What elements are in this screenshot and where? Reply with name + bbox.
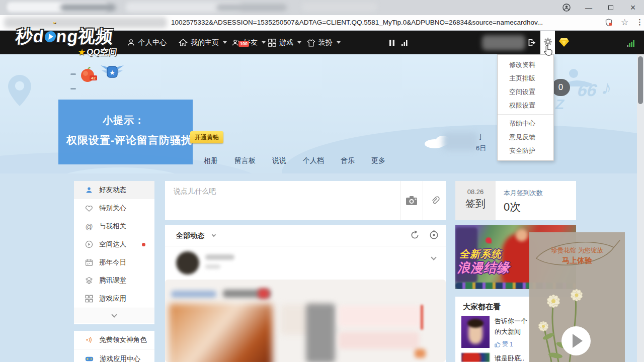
nav-personal-center[interactable]: 个人中心 — [127, 31, 167, 54]
chevron-down-icon — [223, 41, 227, 44]
browser-profile-icon[interactable] — [555, 0, 578, 15]
heart-icon — [85, 205, 93, 212]
chevron-down-icon[interactable] — [212, 233, 216, 237]
sidebar-item-game-apps[interactable]: 游戏应用 — [74, 290, 154, 308]
like-row[interactable]: 赞 1 — [495, 340, 527, 348]
paperclip-icon — [430, 196, 440, 206]
ad-line1: 全新系统 — [459, 247, 502, 261]
video-title[interactable]: 谁是卧底.. — [495, 353, 524, 362]
scrollbar-thumb[interactable] — [638, 56, 643, 104]
url-text[interactable]: 1002575332&ADSESSION=1535250507&ADTAG=CL… — [171, 19, 604, 26]
blurred-tab[interactable] — [302, 3, 377, 12]
network-signal — [627, 31, 635, 54]
logout-button[interactable] — [527, 31, 537, 54]
video-ad-overlay[interactable]: 珍贵花馆 为您绽放 马上体验 — [529, 232, 625, 362]
nav-dressup[interactable]: 装扮 — [307, 31, 341, 54]
music-note-doodle: ♪ — [600, 76, 614, 100]
overlay-cta-text[interactable]: 马上体验 — [529, 256, 625, 265]
blurred-tab[interactable] — [60, 4, 116, 11]
play-circle-icon — [85, 240, 93, 248]
sidebar-item-that-year-today[interactable]: 那年今日 — [74, 253, 154, 272]
minimize-button[interactable]: — — [578, 0, 600, 15]
close-button[interactable]: × — [622, 0, 644, 15]
tab-more[interactable]: 更多 — [371, 156, 385, 165]
tab-albums[interactable]: 相册 — [204, 156, 218, 165]
sidebar-promo-card: 免费领女神角色 游戏应用中心 — [74, 331, 154, 362]
browser-menu-icon[interactable]: ⋮ — [636, 18, 643, 27]
play-button[interactable] — [561, 326, 591, 355]
open-yellow-diamond-button[interactable]: 开通黄钻 — [190, 131, 223, 143]
red-dot-badge — [142, 243, 145, 246]
blurred-avatar — [176, 251, 199, 275]
bracket-fragment: ] — [479, 132, 481, 140]
chevron-down-icon — [297, 41, 301, 44]
post-composer[interactable]: 说点儿什么吧 — [165, 181, 446, 220]
mouse-cursor — [543, 44, 553, 57]
blurred-tab[interactable] — [216, 4, 287, 11]
tip-text: 权限设置-评论留言防骚扰 — [66, 133, 193, 147]
player-equalizer[interactable] — [401, 31, 409, 54]
equalizer-icon — [401, 39, 409, 46]
svg-text:42: 42 — [91, 76, 96, 80]
ad-heart — [486, 237, 492, 243]
feed-refresh-button[interactable] — [410, 230, 420, 240]
chevron-down-icon — [111, 312, 117, 317]
nav-games[interactable]: 游戏 — [268, 31, 301, 54]
tab-music[interactable]: 音乐 — [341, 156, 355, 165]
gamepad-icon — [85, 355, 94, 362]
composer-link-button[interactable] — [423, 181, 446, 220]
menu-item-feedback[interactable]: 意见反馈 — [498, 130, 553, 144]
feed-filter[interactable]: 全部动态 — [176, 231, 204, 240]
signin-button[interactable]: 08.26 签到 — [455, 181, 496, 220]
sidebar-item-space-master[interactable]: 空间达人 — [74, 235, 154, 253]
sidebar-item-special-care[interactable]: 特别关心 — [74, 199, 154, 217]
tab-message-board[interactable]: 留言板 — [234, 156, 256, 165]
tab-personal-file[interactable]: 个人档 — [303, 156, 324, 165]
watermark-subtitle: QQ空间 — [86, 47, 117, 57]
menu-item-security[interactable]: 安全防护 — [498, 144, 553, 157]
ad-line2: 浪漫结缘 — [457, 259, 510, 276]
vip-diamond[interactable] — [558, 31, 570, 54]
nav-friends[interactable]: 100 好友 — [231, 31, 266, 54]
signin-action: 签到 — [455, 197, 496, 211]
bookmark-star-icon[interactable]: ☆ — [621, 17, 628, 28]
notification-count-bubble[interactable]: 0 — [551, 79, 570, 96]
player-pause-button[interactable] — [389, 31, 395, 54]
diamond-icon — [558, 38, 570, 47]
composer-photo-button[interactable] — [400, 181, 423, 220]
blurred-author-name — [205, 254, 234, 260]
calendar-icon — [85, 258, 93, 266]
chevron-down-icon[interactable] — [431, 254, 436, 260]
feed-settings-button[interactable] — [429, 230, 439, 240]
menu-item-homepage-layout[interactable]: 主页排版 — [498, 71, 553, 85]
menu-item-edit-profile[interactable]: 修改资料 — [498, 58, 553, 71]
menu-item-help-center[interactable]: 帮助中心 — [498, 117, 553, 130]
apple-level-badge: 42 — [79, 66, 99, 83]
sidebar-item-tencent-classroom[interactable]: 腾讯课堂 — [74, 272, 154, 290]
qzone-window: — × 1002575332&ADSESSION=1535250507&ADTA… — [0, 0, 644, 362]
overlay-ad-text: 珍贵花馆 为您绽放 — [529, 246, 625, 255]
sidebar-expand-button[interactable] — [74, 308, 154, 323]
site-info-icon[interactable] — [605, 19, 613, 27]
wing-star-badge: ★ — [101, 64, 124, 81]
sidebar-item-related-to-me[interactable]: @ 与我相关 — [74, 217, 154, 235]
menu-item-space-settings[interactable]: 空间设置 — [498, 85, 553, 99]
video-title[interactable]: 告诉你一个的大新闻 — [495, 316, 527, 337]
sidebar-item-friend-feed[interactable]: 好友动态 — [74, 181, 154, 199]
video-thumbnail[interactable] — [461, 353, 490, 362]
friends-badge: 100 — [238, 41, 249, 47]
video-watermark: ˘ 秒dng视频 ★QQ空间 — [14, 25, 120, 58]
sidebar-item-free-goddess-role[interactable]: 免费领女神角色 — [74, 331, 154, 349]
tab-shuoshuo[interactable]: 说说 — [272, 156, 286, 165]
video-thumbnail[interactable] — [461, 316, 490, 348]
sidebar-item-game-app-center[interactable]: 游戏应用中心 — [74, 349, 154, 362]
restore-button[interactable] — [600, 0, 622, 15]
nav-my-home[interactable]: 我的主页 — [179, 31, 227, 54]
page-scrollbar[interactable] — [637, 54, 644, 362]
sidebar-card: 好友动态 特别关心 @ 与我相关 空间达人 那年今日 腾讯课堂 游戏应用 — [74, 181, 154, 324]
z-doodle: Z — [555, 97, 564, 113]
menu-item-permission-settings[interactable]: 权限设置 — [498, 99, 553, 112]
signal-icon — [627, 39, 635, 47]
classroom-icon — [85, 277, 93, 285]
watermark-text: ng视频 — [55, 27, 115, 46]
